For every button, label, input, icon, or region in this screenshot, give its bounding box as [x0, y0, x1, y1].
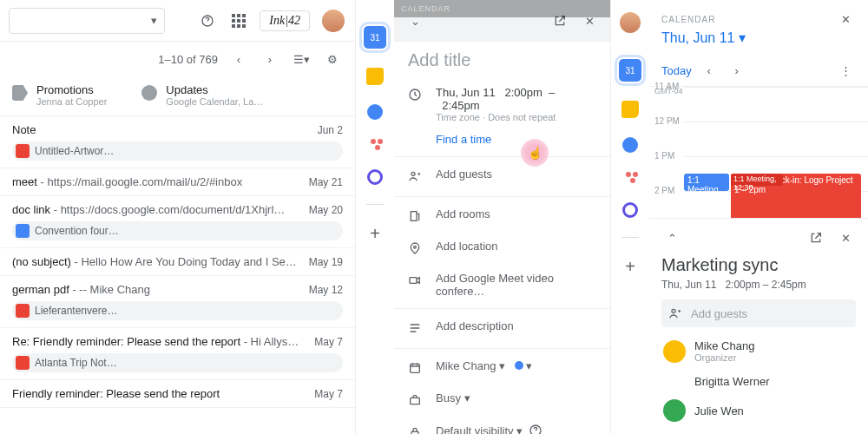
svg-point-10: [672, 309, 675, 312]
calendar-header: CALENDAR✕ Thu, Jun 11 ▾: [649, 0, 868, 55]
side-rail-right: 31 +: [611, 0, 649, 434]
pagination-label: 1–10 of 769: [158, 53, 218, 66]
add-guests-input[interactable]: Add guests: [661, 299, 856, 327]
keep-icon[interactable]: [621, 101, 639, 118]
add-description-row[interactable]: Add description: [394, 312, 610, 345]
more-icon[interactable]: ⋮: [835, 60, 856, 81]
svg-point-4: [414, 246, 417, 248]
category-tabs: PromotionsJenna at Copper UpdatesGoogle …: [0, 76, 355, 116]
event-title-input[interactable]: Add title: [394, 42, 610, 79]
svg-rect-6: [411, 364, 420, 372]
attachment-chip[interactable]: Untitled-Artwor…: [12, 141, 343, 161]
calendar-nav: Today ‹ › ⋮: [649, 55, 868, 87]
add-location-row[interactable]: Add location: [394, 233, 610, 265]
tab-updates[interactable]: UpdatesGoogle Calendar, La…: [141, 83, 263, 107]
close-icon[interactable]: ✕: [835, 227, 856, 248]
next-day-icon[interactable]: ›: [727, 60, 747, 81]
add-meet-row[interactable]: Add Google Meet video confere…: [394, 265, 610, 305]
density-icon[interactable]: ☰▾: [291, 49, 312, 69]
loom-icon[interactable]: [622, 202, 638, 218]
loom-icon[interactable]: [367, 169, 383, 185]
next-page-icon[interactable]: ›: [260, 49, 280, 69]
tasks-icon[interactable]: [367, 104, 383, 120]
help-icon[interactable]: [197, 10, 218, 31]
guest-row[interactable]: Julie Wen: [661, 396, 856, 425]
event-editor: CALENDAR ⌄ ✕ Add title Thu, Jun 11 2:00p…: [394, 0, 611, 434]
brand-label: Ink|42: [260, 10, 310, 31]
add-addon-icon[interactable]: +: [370, 224, 380, 244]
calendar-icon[interactable]: 31: [619, 59, 641, 82]
calendar-panel: CALENDAR✕ Thu, Jun 11 ▾ Today ‹ › ⋮ GMT-…: [649, 0, 868, 434]
guest-row[interactable]: Brigitta Werner: [661, 366, 856, 396]
availability-row[interactable]: Busy ▾: [394, 385, 610, 417]
calendar-small-icon: [408, 361, 424, 378]
room-icon: [408, 209, 424, 226]
calendar-dim-label: CALENDAR: [394, 0, 610, 17]
calendar-date[interactable]: Thu, Jun 11 ▾: [661, 30, 746, 46]
people-icon: [408, 169, 424, 186]
attachment-chip[interactable]: Atlanta Trip Not…: [12, 353, 343, 372]
asana-icon[interactable]: [626, 172, 635, 183]
avatar[interactable]: [320, 8, 346, 34]
briefcase-icon: [408, 393, 424, 410]
tasks-icon[interactable]: [622, 137, 638, 153]
time-row[interactable]: Thu, Jun 11 2:00pm – 2:45pm Time zone · …: [394, 79, 610, 129]
collapse-icon[interactable]: ⌃: [661, 227, 682, 248]
settings-icon[interactable]: ⚙: [322, 49, 343, 69]
event-block[interactable]: 1:1 Meeting, 12:30: [731, 174, 783, 186]
email-row[interactable]: doc link - https://docs.google.com/docum…: [0, 196, 355, 248]
lock-icon: [408, 425, 424, 434]
apps-icon[interactable]: [228, 10, 249, 31]
svg-point-9: [530, 425, 541, 434]
email-row[interactable]: german pdf - -- Mike ChangMay 12Lieferan…: [0, 276, 355, 328]
asana-icon[interactable]: [371, 139, 380, 150]
location-icon: [408, 241, 424, 258]
prev-day-icon[interactable]: ‹: [699, 60, 720, 81]
calendar-owner-row[interactable]: Mike Chang ▾ ▾: [394, 352, 610, 385]
find-a-time-link[interactable]: Find a time: [422, 129, 610, 153]
email-list: NoteJun 2Untitled-Artwor…meet - https://…: [0, 116, 355, 408]
guest-row[interactable]: Mike ChangOrganizer: [661, 336, 856, 366]
svg-rect-3: [411, 212, 417, 221]
add-rooms-row[interactable]: Add rooms: [394, 201, 610, 233]
visibility-row[interactable]: Default visibility ▾: [394, 417, 610, 434]
add-guests-row[interactable]: Add guests: [394, 161, 610, 193]
svg-rect-5: [410, 278, 417, 284]
today-button[interactable]: Today: [661, 64, 692, 77]
email-row[interactable]: meet - https://mail.google.com/mail/u/2/…: [0, 168, 355, 196]
video-icon: [408, 273, 424, 290]
add-addon-icon[interactable]: +: [625, 257, 635, 277]
email-row[interactable]: NoteJun 2Untitled-Artwor…: [0, 116, 355, 168]
email-row[interactable]: Re: Friendly reminder: Please send the r…: [0, 328, 355, 380]
side-rail-left: 31 +: [356, 0, 394, 434]
event-title: Marketing sync: [661, 255, 856, 275]
event-block[interactable]: 1:1 Meeting, 12:30p: [684, 174, 729, 191]
label-dropdown[interactable]: ▾: [9, 8, 165, 34]
email-row[interactable]: Friendly reminder: Please send the repor…: [0, 380, 355, 408]
tag-icon: [12, 85, 28, 101]
clock-icon: [408, 88, 424, 104]
svg-point-2: [411, 172, 415, 175]
prev-page-icon[interactable]: ‹: [228, 49, 249, 69]
gmail-topbar: ▾ Ink|42: [0, 0, 355, 42]
attachment-chip[interactable]: Convention four…: [12, 221, 343, 240]
tab-promotions[interactable]: PromotionsJenna at Copper: [12, 83, 107, 107]
avatar[interactable]: [618, 10, 642, 35]
description-icon: [408, 321, 424, 338]
close-icon[interactable]: ✕: [835, 9, 856, 30]
gmail-panel: ▾ Ink|42 1–10 of 769 ‹ › ☰▾ ⚙ Promotions…: [0, 0, 356, 434]
event-detail-panel: ⌃ ✕ Marketing sync Thu, Jun 11 2:00pm – …: [649, 218, 868, 434]
email-row[interactable]: (no subject) - Hello How Are You Doing T…: [0, 248, 355, 276]
svg-rect-7: [411, 398, 420, 404]
open-external-icon[interactable]: [806, 227, 826, 248]
info-icon: [141, 85, 157, 101]
calendar-icon[interactable]: 31: [364, 26, 386, 49]
keep-icon[interactable]: [366, 68, 384, 85]
list-controls: 1–10 of 769 ‹ › ☰▾ ⚙: [0, 42, 355, 76]
attachment-chip[interactable]: Lieferantenvere…: [12, 301, 343, 320]
